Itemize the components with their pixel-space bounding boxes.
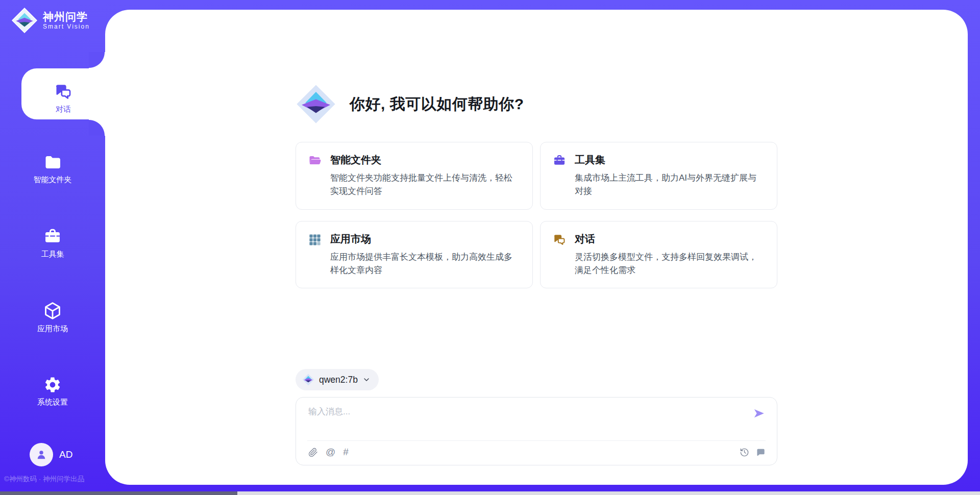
composer: qwen2:7b: [296, 369, 777, 465]
horizontal-scrollbar-track[interactable]: [0, 491, 980, 495]
sidebar-item-label: 系统设置: [0, 398, 105, 407]
input-toolbar: @ #: [308, 447, 766, 458]
model-diamond-icon: [302, 374, 314, 386]
card-title: 智能文件夹: [330, 153, 520, 167]
card-title: 对话: [575, 232, 765, 246]
brand-subtitle: Smart Vision: [43, 23, 90, 30]
greeting: 你好, 我可以如何帮助你?: [296, 84, 777, 125]
card-description: 应用市场提供丰富长文本模板，助力高效生成多样化文章内容: [330, 251, 520, 278]
grid-icon: [308, 232, 322, 278]
card-description: 灵活切换多模型文件，支持多样回复效果调试，满足个性化需求: [575, 251, 765, 278]
input-divider: [307, 440, 766, 441]
feature-cards: 智能文件夹 智能文件夹功能支持批量文件上传与清洗，轻松实现文件问答: [296, 142, 777, 288]
person-icon: [35, 448, 48, 461]
attach-file-button[interactable]: [308, 448, 318, 457]
sidebar-item-label: 应用市场: [0, 324, 105, 334]
mention-button[interactable]: @: [326, 447, 335, 458]
open-folder-icon: [308, 153, 322, 199]
card-smart-folders[interactable]: 智能文件夹 智能文件夹功能支持批量文件上传与清洗，轻松实现文件问答: [296, 142, 533, 210]
horizontal-scrollbar-thumb[interactable]: [0, 491, 237, 495]
gear-icon: [43, 376, 62, 394]
history-button[interactable]: [740, 448, 749, 457]
sidebar-item-label: 智能文件夹: [0, 175, 105, 185]
topic-button[interactable]: #: [343, 447, 349, 458]
chat-bubbles-icon: [553, 232, 566, 278]
active-tab-fillet-top: [89, 52, 105, 68]
chat-bubbles-icon: [54, 83, 72, 101]
send-button[interactable]: [752, 407, 766, 422]
user-profile-button[interactable]: AD: [30, 443, 72, 466]
card-description: 智能文件夹功能支持批量文件上传与清洗，轻松实现文件问答: [330, 171, 520, 199]
chat-bubble-icon: [756, 448, 766, 457]
greeting-title: 你好, 我可以如何帮助你?: [350, 94, 524, 115]
briefcase-icon: [43, 228, 62, 246]
brand-diamond-icon: [11, 7, 38, 34]
avatar: [30, 443, 53, 466]
assistant-diamond-icon: [296, 84, 336, 125]
user-name: AD: [59, 449, 72, 460]
message-input-box: @ #: [296, 397, 777, 465]
model-selector[interactable]: qwen2:7b: [296, 369, 379, 390]
hash-icon: #: [343, 447, 349, 458]
brand-name: 神州问学: [43, 11, 90, 23]
sidebar-item-settings[interactable]: 系统设置: [0, 376, 105, 407]
send-icon: [752, 407, 766, 420]
card-description: 集成市场上主流工具，助力AI与外界无缝扩展与对接: [575, 171, 765, 199]
paperclip-icon: [308, 448, 318, 457]
sidebar-item-label: 对话: [21, 105, 105, 114]
chevron-down-icon: [362, 376, 371, 384]
sidebar-item-toolkit[interactable]: 工具集: [0, 228, 105, 259]
sidebar: 神州问学 Smart Vision 对话 智能文件夹 工具集: [0, 0, 105, 491]
active-tab-fillet-bottom: [89, 119, 105, 136]
card-title: 应用市场: [330, 232, 520, 246]
card-toolkit[interactable]: 工具集 集成市场上主流工具，助力AI与外界无缝扩展与对接: [540, 142, 777, 210]
briefcase-icon: [553, 153, 566, 199]
history-clock-icon: [740, 448, 749, 457]
main-panel: 你好, 我可以如何帮助你? 智能文件夹 智能文件夹功能支持批量文件上传与清洗，轻…: [105, 10, 968, 485]
card-title: 工具集: [575, 153, 765, 167]
conversation-button[interactable]: [756, 448, 766, 457]
sidebar-item-app-market[interactable]: 应用市场: [0, 301, 105, 334]
sidebar-item-smart-folders[interactable]: 智能文件夹: [0, 153, 105, 185]
sidebar-footer-credit: ©神州数码 · 神州问学出品: [4, 475, 105, 484]
cube-icon: [43, 301, 62, 320]
card-chat[interactable]: 对话 灵活切换多模型文件，支持多样回复效果调试，满足个性化需求: [540, 221, 777, 289]
at-icon: @: [326, 447, 335, 458]
folder-icon: [43, 153, 62, 171]
message-input[interactable]: [308, 407, 737, 417]
sidebar-item-label: 工具集: [0, 250, 105, 259]
sidebar-item-chat[interactable]: 对话: [21, 68, 105, 119]
card-app-market[interactable]: 应用市场 应用市场提供丰富长文本模板，助力高效生成多样化文章内容: [296, 221, 533, 289]
brand-logo: 神州问学 Smart Vision: [11, 7, 90, 34]
model-name: qwen2:7b: [319, 375, 358, 385]
